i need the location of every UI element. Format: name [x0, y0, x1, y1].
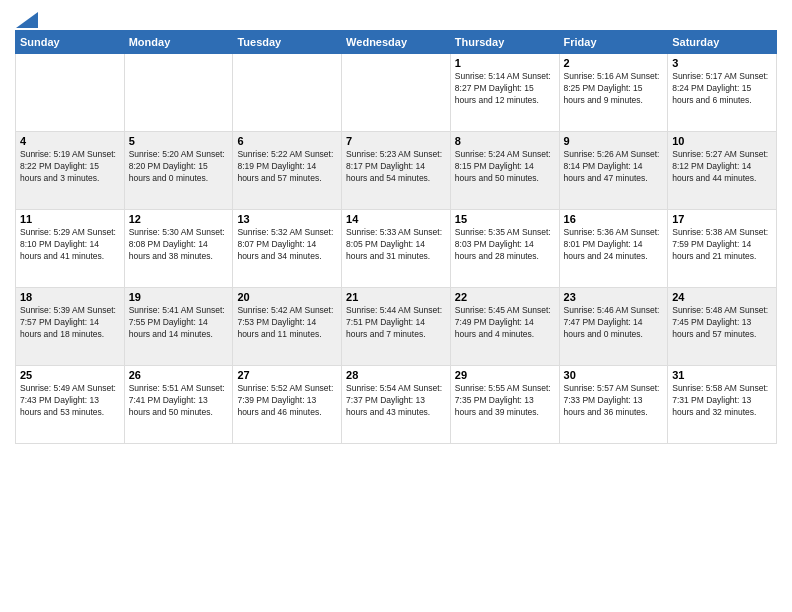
day-number: 8: [455, 135, 555, 147]
day-info: Sunrise: 5:42 AM Sunset: 7:53 PM Dayligh…: [237, 305, 337, 341]
calendar-cell: 21Sunrise: 5:44 AM Sunset: 7:51 PM Dayli…: [342, 288, 451, 366]
day-info: Sunrise: 5:41 AM Sunset: 7:55 PM Dayligh…: [129, 305, 229, 341]
day-info: Sunrise: 5:54 AM Sunset: 7:37 PM Dayligh…: [346, 383, 446, 419]
day-info: Sunrise: 5:39 AM Sunset: 7:57 PM Dayligh…: [20, 305, 120, 341]
day-info: Sunrise: 5:16 AM Sunset: 8:25 PM Dayligh…: [564, 71, 664, 107]
calendar-week-5: 25Sunrise: 5:49 AM Sunset: 7:43 PM Dayli…: [16, 366, 777, 444]
day-info: Sunrise: 5:52 AM Sunset: 7:39 PM Dayligh…: [237, 383, 337, 419]
day-number: 12: [129, 213, 229, 225]
day-info: Sunrise: 5:22 AM Sunset: 8:19 PM Dayligh…: [237, 149, 337, 185]
calendar-week-1: 1Sunrise: 5:14 AM Sunset: 8:27 PM Daylig…: [16, 54, 777, 132]
calendar-cell: 14Sunrise: 5:33 AM Sunset: 8:05 PM Dayli…: [342, 210, 451, 288]
calendar-cell: 31Sunrise: 5:58 AM Sunset: 7:31 PM Dayli…: [668, 366, 777, 444]
calendar-cell: 2Sunrise: 5:16 AM Sunset: 8:25 PM Daylig…: [559, 54, 668, 132]
day-number: 24: [672, 291, 772, 303]
day-info: Sunrise: 5:36 AM Sunset: 8:01 PM Dayligh…: [564, 227, 664, 263]
day-info: Sunrise: 5:26 AM Sunset: 8:14 PM Dayligh…: [564, 149, 664, 185]
day-info: Sunrise: 5:38 AM Sunset: 7:59 PM Dayligh…: [672, 227, 772, 263]
day-number: 18: [20, 291, 120, 303]
calendar-cell: 5Sunrise: 5:20 AM Sunset: 8:20 PM Daylig…: [124, 132, 233, 210]
calendar-cell: [233, 54, 342, 132]
day-number: 7: [346, 135, 446, 147]
day-number: 11: [20, 213, 120, 225]
day-info: Sunrise: 5:45 AM Sunset: 7:49 PM Dayligh…: [455, 305, 555, 341]
calendar-cell: 16Sunrise: 5:36 AM Sunset: 8:01 PM Dayli…: [559, 210, 668, 288]
day-info: Sunrise: 5:33 AM Sunset: 8:05 PM Dayligh…: [346, 227, 446, 263]
weekday-header-tuesday: Tuesday: [233, 31, 342, 54]
day-number: 15: [455, 213, 555, 225]
calendar-cell: 27Sunrise: 5:52 AM Sunset: 7:39 PM Dayli…: [233, 366, 342, 444]
day-number: 22: [455, 291, 555, 303]
day-info: Sunrise: 5:49 AM Sunset: 7:43 PM Dayligh…: [20, 383, 120, 419]
calendar-cell: 4Sunrise: 5:19 AM Sunset: 8:22 PM Daylig…: [16, 132, 125, 210]
day-info: Sunrise: 5:27 AM Sunset: 8:12 PM Dayligh…: [672, 149, 772, 185]
weekday-header-monday: Monday: [124, 31, 233, 54]
day-number: 16: [564, 213, 664, 225]
calendar-cell: 6Sunrise: 5:22 AM Sunset: 8:19 PM Daylig…: [233, 132, 342, 210]
logo-icon: [16, 12, 38, 28]
calendar-header-row: SundayMondayTuesdayWednesdayThursdayFrid…: [16, 31, 777, 54]
day-number: 23: [564, 291, 664, 303]
weekday-header-friday: Friday: [559, 31, 668, 54]
calendar-cell: 1Sunrise: 5:14 AM Sunset: 8:27 PM Daylig…: [450, 54, 559, 132]
calendar-cell: 30Sunrise: 5:57 AM Sunset: 7:33 PM Dayli…: [559, 366, 668, 444]
calendar-cell: 17Sunrise: 5:38 AM Sunset: 7:59 PM Dayli…: [668, 210, 777, 288]
calendar-cell: 12Sunrise: 5:30 AM Sunset: 8:08 PM Dayli…: [124, 210, 233, 288]
day-number: 31: [672, 369, 772, 381]
calendar-cell: 13Sunrise: 5:32 AM Sunset: 8:07 PM Dayli…: [233, 210, 342, 288]
day-info: Sunrise: 5:35 AM Sunset: 8:03 PM Dayligh…: [455, 227, 555, 263]
day-number: 9: [564, 135, 664, 147]
calendar-cell: 24Sunrise: 5:48 AM Sunset: 7:45 PM Dayli…: [668, 288, 777, 366]
day-info: Sunrise: 5:20 AM Sunset: 8:20 PM Dayligh…: [129, 149, 229, 185]
calendar-week-3: 11Sunrise: 5:29 AM Sunset: 8:10 PM Dayli…: [16, 210, 777, 288]
calendar-cell: 20Sunrise: 5:42 AM Sunset: 7:53 PM Dayli…: [233, 288, 342, 366]
calendar-cell: 22Sunrise: 5:45 AM Sunset: 7:49 PM Dayli…: [450, 288, 559, 366]
day-number: 27: [237, 369, 337, 381]
calendar-cell: 25Sunrise: 5:49 AM Sunset: 7:43 PM Dayli…: [16, 366, 125, 444]
day-info: Sunrise: 5:55 AM Sunset: 7:35 PM Dayligh…: [455, 383, 555, 419]
day-info: Sunrise: 5:23 AM Sunset: 8:17 PM Dayligh…: [346, 149, 446, 185]
calendar-cell: 18Sunrise: 5:39 AM Sunset: 7:57 PM Dayli…: [16, 288, 125, 366]
calendar-cell: 23Sunrise: 5:46 AM Sunset: 7:47 PM Dayli…: [559, 288, 668, 366]
day-info: Sunrise: 5:32 AM Sunset: 8:07 PM Dayligh…: [237, 227, 337, 263]
day-number: 19: [129, 291, 229, 303]
weekday-header-saturday: Saturday: [668, 31, 777, 54]
day-info: Sunrise: 5:48 AM Sunset: 7:45 PM Dayligh…: [672, 305, 772, 341]
day-number: 25: [20, 369, 120, 381]
day-info: Sunrise: 5:51 AM Sunset: 7:41 PM Dayligh…: [129, 383, 229, 419]
calendar-week-2: 4Sunrise: 5:19 AM Sunset: 8:22 PM Daylig…: [16, 132, 777, 210]
calendar-cell: 15Sunrise: 5:35 AM Sunset: 8:03 PM Dayli…: [450, 210, 559, 288]
header: [15, 10, 777, 24]
day-info: Sunrise: 5:19 AM Sunset: 8:22 PM Dayligh…: [20, 149, 120, 185]
day-number: 3: [672, 57, 772, 69]
weekday-header-thursday: Thursday: [450, 31, 559, 54]
day-number: 29: [455, 369, 555, 381]
calendar-cell: 11Sunrise: 5:29 AM Sunset: 8:10 PM Dayli…: [16, 210, 125, 288]
calendar-cell: 19Sunrise: 5:41 AM Sunset: 7:55 PM Dayli…: [124, 288, 233, 366]
day-number: 26: [129, 369, 229, 381]
calendar-cell: 7Sunrise: 5:23 AM Sunset: 8:17 PM Daylig…: [342, 132, 451, 210]
day-info: Sunrise: 5:57 AM Sunset: 7:33 PM Dayligh…: [564, 383, 664, 419]
weekday-header-sunday: Sunday: [16, 31, 125, 54]
calendar-cell: 9Sunrise: 5:26 AM Sunset: 8:14 PM Daylig…: [559, 132, 668, 210]
day-info: Sunrise: 5:24 AM Sunset: 8:15 PM Dayligh…: [455, 149, 555, 185]
day-number: 21: [346, 291, 446, 303]
day-number: 5: [129, 135, 229, 147]
calendar-cell: 26Sunrise: 5:51 AM Sunset: 7:41 PM Dayli…: [124, 366, 233, 444]
day-number: 17: [672, 213, 772, 225]
calendar-table: SundayMondayTuesdayWednesdayThursdayFrid…: [15, 30, 777, 444]
calendar-cell: [16, 54, 125, 132]
day-info: Sunrise: 5:30 AM Sunset: 8:08 PM Dayligh…: [129, 227, 229, 263]
logo: [15, 10, 38, 24]
day-info: Sunrise: 5:17 AM Sunset: 8:24 PM Dayligh…: [672, 71, 772, 107]
day-number: 14: [346, 213, 446, 225]
calendar-cell: 8Sunrise: 5:24 AM Sunset: 8:15 PM Daylig…: [450, 132, 559, 210]
day-number: 10: [672, 135, 772, 147]
calendar-cell: 3Sunrise: 5:17 AM Sunset: 8:24 PM Daylig…: [668, 54, 777, 132]
day-info: Sunrise: 5:46 AM Sunset: 7:47 PM Dayligh…: [564, 305, 664, 341]
calendar-cell: 28Sunrise: 5:54 AM Sunset: 7:37 PM Dayli…: [342, 366, 451, 444]
day-info: Sunrise: 5:29 AM Sunset: 8:10 PM Dayligh…: [20, 227, 120, 263]
day-info: Sunrise: 5:14 AM Sunset: 8:27 PM Dayligh…: [455, 71, 555, 107]
day-info: Sunrise: 5:58 AM Sunset: 7:31 PM Dayligh…: [672, 383, 772, 419]
calendar-cell: 29Sunrise: 5:55 AM Sunset: 7:35 PM Dayli…: [450, 366, 559, 444]
